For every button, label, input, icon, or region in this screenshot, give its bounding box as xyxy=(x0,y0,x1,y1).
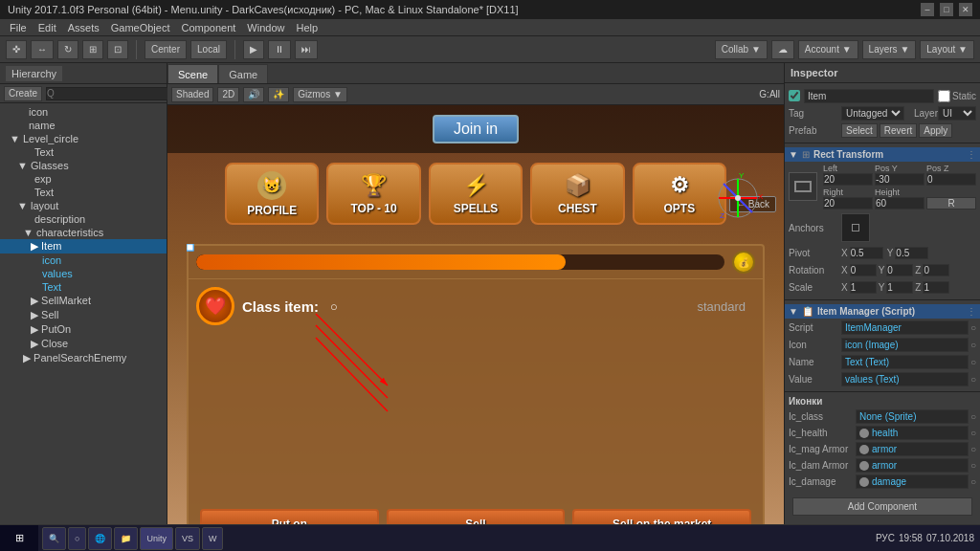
rot-x-input[interactable] xyxy=(850,264,877,276)
tab-game[interactable]: Game xyxy=(218,64,268,83)
name-field-value[interactable]: Text (Text) xyxy=(841,355,969,369)
ic-dam-circle[interactable]: ○ xyxy=(970,460,976,471)
tree-item-puton[interactable]: ▶ PutOn xyxy=(0,322,167,337)
tree-item-icon2[interactable]: icon xyxy=(0,253,167,267)
audio-button[interactable]: 🔊 xyxy=(243,87,264,102)
menu-help[interactable]: Help xyxy=(290,22,323,33)
account-button[interactable]: Account ▼ xyxy=(798,40,858,59)
item-name-input[interactable] xyxy=(804,89,934,103)
scale-tool[interactable]: ⊞ xyxy=(82,40,103,59)
ic-class-circle[interactable]: ○ xyxy=(970,411,976,422)
apply-button[interactable]: Apply xyxy=(919,123,952,138)
posz-input[interactable] xyxy=(926,173,976,186)
tree-item-icon[interactable]: icon xyxy=(0,105,167,119)
nav-btn-top10[interactable]: 🏆 TOP - 10 xyxy=(326,163,420,225)
value-field-value[interactable]: values (Text) xyxy=(841,372,969,386)
ic-health-value[interactable]: health xyxy=(856,426,969,440)
taskbar-word[interactable]: W xyxy=(202,527,224,550)
item-manager-expand[interactable]: ▼ xyxy=(789,306,798,317)
menu-window[interactable]: Window xyxy=(241,22,290,33)
icon-field-value[interactable]: icon (Image) xyxy=(841,338,969,352)
center-button[interactable]: Center xyxy=(145,40,187,59)
ic-health-circle[interactable]: ○ xyxy=(970,428,976,438)
height-input[interactable] xyxy=(875,197,924,209)
taskbar-vs[interactable]: VS xyxy=(175,527,200,550)
rect-tool[interactable]: ⊡ xyxy=(107,40,128,59)
maximize-button[interactable]: □ xyxy=(940,3,953,16)
pivot-y-input[interactable] xyxy=(895,247,928,259)
script-circle-btn[interactable]: ○ xyxy=(970,322,976,333)
taskbar-search[interactable]: 🔍 xyxy=(42,527,66,550)
posy-input[interactable] xyxy=(875,173,924,186)
tree-item-text-2[interactable]: Text xyxy=(0,186,167,199)
menu-edit[interactable]: Edit xyxy=(33,22,62,33)
hand-tool[interactable]: ✜ xyxy=(6,40,27,59)
minimize-button[interactable]: – xyxy=(921,3,934,16)
pivot-x-input[interactable] xyxy=(850,247,883,259)
menu-component[interactable]: Component xyxy=(175,22,241,33)
menu-file[interactable]: File xyxy=(4,22,33,33)
revert-button[interactable]: Revert xyxy=(880,123,917,138)
item-manager-menu[interactable]: ⋮ xyxy=(967,306,976,317)
tag-select[interactable]: Untagged xyxy=(841,106,904,121)
local-button[interactable]: Local xyxy=(190,40,227,59)
stretch-visual[interactable] xyxy=(789,172,817,201)
ic-class-value[interactable]: None (Sprite) xyxy=(856,409,969,424)
rot-z-input[interactable] xyxy=(923,264,949,276)
rot-y-input[interactable] xyxy=(886,264,913,276)
fx-button[interactable]: ✨ xyxy=(268,87,289,102)
name-circle-btn[interactable]: ○ xyxy=(970,357,976,367)
shaded-button[interactable]: Shaded xyxy=(171,87,213,102)
layer-select[interactable]: UI xyxy=(938,106,976,121)
add-component-button[interactable]: Add Component xyxy=(792,497,972,516)
join-in-button[interactable]: Join in xyxy=(433,115,519,143)
cloud-button[interactable]: ☁ xyxy=(771,40,794,59)
tree-item-level-circle[interactable]: ▼ Level_circle xyxy=(0,132,167,145)
collab-button[interactable]: Collab ▼ xyxy=(715,40,768,59)
tab-scene[interactable]: Scene xyxy=(167,64,218,83)
value-circle-btn[interactable]: ○ xyxy=(970,374,976,385)
ic-damage-value[interactable]: damage xyxy=(856,474,969,489)
gizmos-button[interactable]: Gizmos ▼ xyxy=(293,87,347,102)
tree-item-description[interactable]: description xyxy=(0,212,167,226)
left-input[interactable] xyxy=(823,173,873,186)
tree-item-characteristics[interactable]: ▼ characteristics xyxy=(0,226,167,239)
step-button[interactable]: ⏭ xyxy=(295,40,318,59)
right-input[interactable] xyxy=(823,197,873,209)
static-checkbox[interactable] xyxy=(938,90,950,102)
play-button[interactable]: ▶ xyxy=(243,40,264,59)
pause-button[interactable]: ⏸ xyxy=(268,40,291,59)
layout-button[interactable]: Layout ▼ xyxy=(920,40,974,59)
rotate-tool[interactable]: ↻ xyxy=(57,40,78,59)
hierarchy-create-button[interactable]: Create xyxy=(4,86,42,101)
r-button[interactable]: R xyxy=(926,197,976,209)
close-button[interactable]: ✕ xyxy=(959,3,972,16)
scale-y-input[interactable] xyxy=(886,281,913,294)
taskbar-unity[interactable]: Unity xyxy=(140,527,173,550)
tree-item-glasses[interactable]: ▼ Glasses xyxy=(0,159,167,172)
nav-btn-profile[interactable]: 😺 PROFILE xyxy=(225,163,319,225)
start-button[interactable]: ⊞ xyxy=(0,525,38,552)
2d-button[interactable]: 2D xyxy=(217,87,239,102)
tree-item-values[interactable]: values xyxy=(0,267,167,280)
ic-dam-armor-value[interactable]: armor xyxy=(856,458,969,473)
ic-mag-armor-value[interactable]: armor xyxy=(856,442,969,456)
tree-item-item[interactable]: ▶ Item xyxy=(0,239,167,253)
hierarchy-tab[interactable]: Hierarchy xyxy=(6,66,62,81)
nav-btn-spells[interactable]: ⚡ SPELLS xyxy=(429,163,523,225)
taskbar-edge[interactable]: 🌐 xyxy=(88,527,112,550)
menu-assets[interactable]: Assets xyxy=(62,22,105,33)
rect-transform-menu[interactable]: ⋮ xyxy=(967,149,976,160)
item-active-checkbox[interactable] xyxy=(789,90,800,101)
ic-mag-circle[interactable]: ○ xyxy=(970,444,976,454)
select-button[interactable]: Select xyxy=(841,123,878,138)
tree-item-text-1[interactable]: Text xyxy=(0,145,167,159)
tree-item-sell[interactable]: ▶ Sell xyxy=(0,308,167,322)
scale-x-input[interactable] xyxy=(850,281,877,294)
move-tool[interactable]: ↔ xyxy=(31,40,54,59)
tree-item-sellmarket[interactable]: ▶ SellMarket xyxy=(0,294,167,308)
tree-item-panelsearchenemy[interactable]: ▶ PanelSearchEnemy xyxy=(0,351,167,365)
tree-item-close[interactable]: ▶ Close xyxy=(0,337,167,351)
script-value[interactable]: ItemManager xyxy=(841,320,969,335)
icon-circle-btn[interactable]: ○ xyxy=(970,340,976,350)
